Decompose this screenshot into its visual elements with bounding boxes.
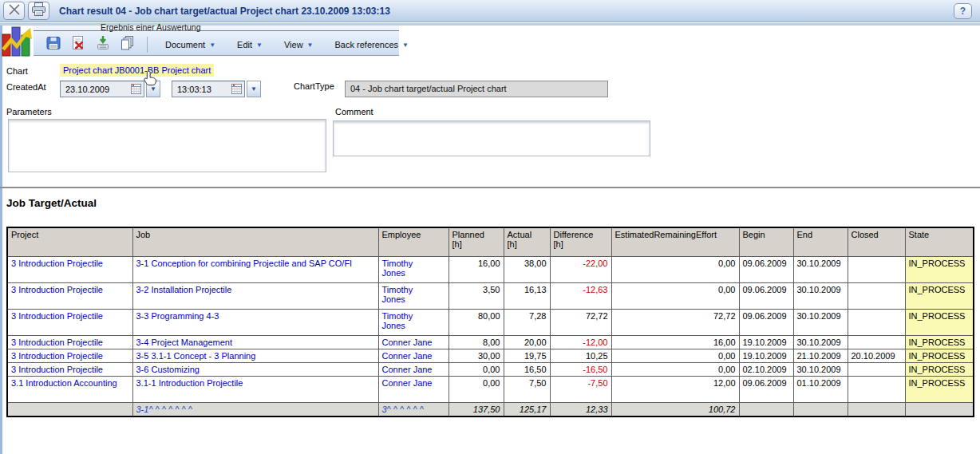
cell-planned: 8,00 <box>449 335 504 349</box>
summary-project <box>7 402 132 416</box>
job-table-body: 3 Introduction Projectile3-1 Conception … <box>7 256 974 416</box>
toolbar-separator <box>147 37 148 53</box>
close-button[interactable] <box>3 2 25 20</box>
table-row: 3 Introduction Projectile3-6 Customizing… <box>7 362 974 376</box>
cell-begin: 19.10.2009 <box>739 349 793 362</box>
cell-job[interactable]: 3-6 Customizing <box>132 362 378 376</box>
job-table-header-row: ProjectJobEmployeePlanned[h]Actual[h]Dif… <box>7 227 974 256</box>
cell-job[interactable]: 3.1-1 Introduction Projectile <box>132 376 378 402</box>
cell-difference: -12,00 <box>550 335 611 349</box>
help-button[interactable]: ? <box>954 3 972 19</box>
summary-job[interactable]: 3-1^ ^ ^ ^ ^ ^ ^ <box>132 402 378 416</box>
cell-employee[interactable]: Conner Jane <box>378 376 449 402</box>
cell-project[interactable]: 3 Introduction Projectile <box>7 335 132 349</box>
cell-employee[interactable]: Conner Jane <box>378 335 449 349</box>
summary-state <box>905 402 974 416</box>
parameters-label: Parameters <box>6 107 52 116</box>
app-logo <box>2 25 34 60</box>
cell-begin: 09.06.2009 <box>739 309 793 335</box>
import-button[interactable] <box>94 36 112 53</box>
cell-ere: 0,00 <box>611 256 739 282</box>
table-row: 3 Introduction Projectile3-1 Conception … <box>7 256 974 282</box>
parameters-textarea[interactable] <box>8 119 326 172</box>
close-icon <box>8 3 21 19</box>
chevron-down-icon: ▼ <box>209 41 215 49</box>
cell-project[interactable]: 3 Introduction Projectile <box>7 282 132 309</box>
chart-link[interactable]: Project chart JB0001-BB Project chart <box>60 64 214 77</box>
cell-employee[interactable]: Conner Jane <box>378 362 449 376</box>
cell-ere: 0,00 <box>611 349 739 362</box>
cell-end: 30.10.2009 <box>793 335 848 349</box>
created-date-field[interactable]: 23.10.2009 <box>60 81 144 97</box>
cell-employee[interactable]: Timothy Jones <box>378 282 449 309</box>
cell-closed <box>848 256 905 282</box>
cell-begin: 02.10.2009 <box>739 362 793 376</box>
cell-job[interactable]: 3-4 Project Management <box>132 335 378 349</box>
calendar-icon[interactable] <box>231 84 242 94</box>
cell-job[interactable]: 3-1 Conception for combining Projectile … <box>132 256 378 282</box>
left-edge-strip <box>0 26 2 454</box>
delete-button[interactable] <box>69 36 87 53</box>
table-row: 3.1 Introduction Accounting3.1-1 Introdu… <box>7 376 974 402</box>
chevron-down-icon: ▼ <box>402 41 409 49</box>
menu-back-references[interactable]: Back references ▼ <box>328 38 416 52</box>
cell-employee[interactable]: Timothy Jones <box>378 256 449 282</box>
cell-ere: 0,00 <box>611 362 739 376</box>
cell-project[interactable]: 3.1 Introduction Accounting <box>7 376 132 402</box>
created-at-fields: 23.10.2009 ▼ 13:03:13 ▼ <box>60 81 261 97</box>
col-header-employee: Employee <box>378 227 449 256</box>
cell-end: 01.10.2009 <box>793 376 848 402</box>
table-summary-row: 3-1^ ^ ^ ^ ^ ^ ^3^ ^ ^ ^ ^ ^137,50125,17… <box>7 402 974 416</box>
calendar-icon[interactable] <box>131 84 141 94</box>
chevron-down-icon: ▼ <box>150 85 156 93</box>
job-table: ProjectJobEmployeePlanned[h]Actual[h]Dif… <box>6 227 974 417</box>
date-dropdown-button[interactable]: ▼ <box>146 81 160 97</box>
comment-textarea[interactable] <box>333 120 650 156</box>
panel-title: Ergebnis einer Auswertung <box>101 22 201 32</box>
summary-actual: 125,17 <box>504 402 550 416</box>
chevron-down-icon: ▼ <box>307 41 314 49</box>
cell-ere: 72,72 <box>611 309 739 335</box>
cell-job[interactable]: 3-3 Programming 4-3 <box>132 309 378 335</box>
summary-employee[interactable]: 3^ ^ ^ ^ ^ ^ <box>378 402 449 416</box>
col-header-planned: Planned[h] <box>449 227 504 256</box>
cell-project[interactable]: 3 Introduction Projectile <box>7 256 132 282</box>
save-button[interactable] <box>45 36 62 53</box>
cell-employee[interactable]: Timothy Jones <box>378 309 449 335</box>
menu-document[interactable]: Document ▼ <box>158 38 223 52</box>
cell-difference: 10,25 <box>550 349 611 362</box>
cell-project[interactable]: 3 Introduction Projectile <box>7 309 132 335</box>
menu-edit[interactable]: Edit ▼ <box>230 38 270 52</box>
cell-planned: 16,00 <box>449 256 504 282</box>
cell-state: IN_PROCESS <box>905 309 974 335</box>
copy-icon <box>120 35 136 54</box>
table-row: 3 Introduction Projectile3-4 Project Man… <box>7 335 974 349</box>
cell-begin: 19.10.2009 <box>739 335 793 349</box>
col-header-state: State <box>905 227 974 256</box>
cell-begin: 09.06.2009 <box>739 282 793 309</box>
cell-closed <box>848 376 905 402</box>
copy-button[interactable] <box>119 36 136 53</box>
created-time-value: 13:03:13 <box>177 85 227 94</box>
cell-job[interactable]: 3-5 3.1-1 Concept - 3 Planning <box>132 349 378 362</box>
cell-state: IN_PROCESS <box>905 282 974 309</box>
cell-employee[interactable]: Conner Jane <box>378 349 449 362</box>
cell-project[interactable]: 3 Introduction Projectile <box>7 362 132 376</box>
cell-difference: -16,50 <box>550 362 611 376</box>
import-arrow-icon <box>95 35 111 54</box>
table-row: 3 Introduction Projectile3-5 3.1-1 Conce… <box>7 349 974 362</box>
time-dropdown-button[interactable]: ▼ <box>247 81 261 97</box>
print-button[interactable] <box>28 2 49 20</box>
cell-project[interactable]: 3 Introduction Projectile <box>7 349 132 362</box>
col-header-closed: Closed <box>848 227 905 256</box>
window-titlebar: Chart result 04 - Job chart target/actua… <box>0 0 980 22</box>
created-at-label: CreatedAt <box>6 82 46 92</box>
cell-closed: 20.10.2009 <box>848 349 905 362</box>
menu-view[interactable]: View ▼ <box>277 38 321 52</box>
col-header-begin: Begin <box>739 227 793 256</box>
print-icon <box>31 2 46 19</box>
chart-type-label: ChartType <box>294 81 334 91</box>
summary-difference: 12,33 <box>550 402 611 416</box>
cell-job[interactable]: 3-2 Installation Projectile <box>132 282 378 309</box>
created-time-field[interactable]: 13:03:13 <box>172 81 245 97</box>
